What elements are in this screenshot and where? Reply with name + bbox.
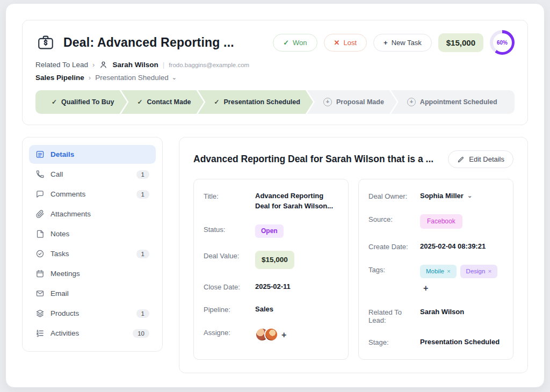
envelope-icon [35, 289, 45, 298]
chevron-down-icon: ⌄ [467, 192, 472, 200]
lost-button-label: Lost [343, 39, 357, 47]
field-label: Related To Lead: [368, 307, 420, 324]
stage-qualified-to-buy[interactable]: ✓ Qualified To Buy [35, 90, 127, 114]
sidebar-item-email[interactable]: Email [29, 284, 156, 303]
deal-owner-value: Sophia Miller [420, 191, 464, 201]
sidebar-item-label: Email [50, 289, 69, 297]
new-task-button[interactable]: + New Task [373, 34, 432, 52]
sidebar-item-details[interactable]: Details [29, 145, 156, 164]
sidebar-item-tasks[interactable]: Tasks 1 [29, 244, 156, 263]
sidebar-item-attachments[interactable]: Attachments [29, 205, 156, 223]
stage-proposal-made[interactable]: + Proposal Made [307, 90, 397, 114]
edit-details-label: Edit Details [469, 155, 504, 163]
new-task-button-label: New Task [392, 39, 422, 47]
field-pipeline: Pipeline: Sales [204, 304, 338, 315]
stage-value: Presentation Scheduled [420, 337, 500, 347]
assignee-avatar [264, 328, 278, 342]
field-stage: Stage: Presentation Scheduled [368, 337, 503, 347]
check-icon: ✓ [137, 98, 142, 106]
sidebar-item-label: Meetings [50, 270, 80, 278]
field-related-lead: Related To Lead: Sarah Wilson [368, 307, 503, 324]
add-assignee-button[interactable]: + [281, 329, 286, 341]
deal-detail-title: Advanced Reporting Deal for Sarah Wilson… [193, 154, 433, 165]
chevron-right-icon: › [92, 61, 95, 69]
details-header: Advanced Reporting Deal for Sarah Wilson… [193, 150, 513, 168]
status-badge: Open [255, 224, 284, 238]
sidebar-item-activities[interactable]: Activities 10 [29, 324, 156, 343]
sidebar-item-label: Details [50, 150, 74, 158]
field-boxes: Title: Advanced Reporting Deal for Sarah… [193, 179, 513, 360]
stage-label: Presentation Scheduled [224, 98, 300, 106]
check-icon: ✓ [283, 39, 289, 47]
stage-label: Appointment Scheduled [420, 98, 497, 106]
field-label: Source: [368, 214, 420, 223]
header-title-row: Deal: Advanced Reporting ... ✓ Won ✕ Los… [35, 30, 515, 55]
details-icon [35, 150, 45, 159]
numbered-list-icon [35, 329, 45, 338]
breadcrumb-related-to-lead[interactable]: Related To Lead [35, 61, 88, 69]
deal-header-card: Deal: Advanced Reporting ... ✓ Won ✕ Los… [22, 20, 528, 125]
sidebar-item-notes[interactable]: Notes [29, 224, 156, 243]
sidebar-item-label: Tasks [50, 250, 69, 258]
pipeline-breadcrumb: Sales Pipeline › Presentation Sheduled ⌄ [35, 74, 515, 82]
assignee-avatars: + [255, 328, 286, 342]
page-background: Deal: Advanced Reporting ... ✓ Won ✕ Los… [0, 0, 550, 392]
field-value: Advanced Reporting Deal for Sarah Wilson… [255, 191, 338, 212]
sidebar-item-comments[interactable]: Comments 1 [29, 185, 156, 204]
sidebar-item-call[interactable]: Call 1 [29, 165, 156, 184]
won-button[interactable]: ✓ Won [273, 34, 317, 52]
field-create-date: Create Date: 2025-02-04 08:39:21 [368, 242, 503, 252]
cross-icon: ✕ [334, 39, 340, 47]
pipeline-value: Sales [255, 304, 273, 315]
breadcrumb-lead-name[interactable]: Sarah Wilson [112, 61, 158, 69]
stage-contact-made[interactable]: ✓ Contact Made [121, 90, 204, 114]
stage-label: Contact Made [147, 98, 191, 106]
progress-ring-label: 60% [493, 33, 512, 52]
field-label: Pipeline: [204, 304, 255, 314]
sidebar-item-meetings[interactable]: Meetings [29, 264, 156, 283]
sidebar: Details Call 1 Comments 1 Attachments No… [22, 137, 163, 352]
comment-icon [35, 190, 45, 199]
stage-presentation-scheduled[interactable]: ✓ Presentation Scheduled [198, 90, 313, 114]
briefcase-dollar-icon [35, 33, 56, 52]
sidebar-item-label: Products [50, 309, 79, 317]
field-label: Deal Owner: [368, 191, 420, 200]
deal-value-badge: $15,000 [255, 251, 294, 269]
layers-icon [35, 309, 45, 318]
field-label: Title: [204, 191, 255, 200]
sidebar-item-label: Comments [50, 190, 85, 198]
field-tags: Tags: Mobile× Design× + [368, 265, 503, 294]
stage-dropdown[interactable]: Presentation Sheduled ⌄ [95, 74, 177, 82]
sidebar-item-label: Activities [50, 329, 79, 337]
sidebar-item-label: Notes [50, 230, 69, 238]
add-tag-button[interactable]: + [423, 282, 428, 294]
count-badge: 1 [136, 190, 149, 199]
check-icon: ✓ [214, 98, 219, 106]
stage-appointment-scheduled[interactable]: + Appointment Scheduled [391, 90, 515, 114]
count-badge: 1 [136, 309, 149, 318]
edit-details-button[interactable]: Edit Details [448, 150, 513, 168]
lead-avatar-icon [99, 60, 108, 69]
field-source: Source: Facebook [368, 214, 503, 229]
sidebar-item-products[interactable]: Products 1 [29, 304, 156, 323]
stage-dropdown-label: Presentation Sheduled [95, 74, 169, 82]
plus-circle-icon: + [323, 98, 332, 106]
count-badge: 1 [136, 170, 149, 179]
won-button-label: Won [293, 39, 307, 47]
source-badge: Facebook [420, 214, 462, 229]
deal-owner-dropdown[interactable]: Sophia Miller ⌄ [420, 191, 472, 201]
lead-email: frodo.baggins@example.com [169, 62, 249, 68]
field-label: Tags: [368, 265, 420, 274]
lost-button[interactable]: ✕ Lost [324, 34, 367, 52]
field-deal-owner: Deal Owner: Sophia Miller ⌄ [368, 191, 503, 201]
remove-tag-icon[interactable]: × [488, 268, 491, 274]
remove-tag-icon[interactable]: × [447, 268, 451, 274]
stage-label: Qualified To Buy [61, 98, 114, 106]
field-close-date: Close Date: 2025-02-11 [204, 282, 338, 292]
calendar-icon [35, 269, 45, 278]
paperclip-icon [35, 209, 45, 219]
pencil-icon [457, 156, 465, 163]
close-date-value: 2025-02-11 [255, 282, 291, 292]
phone-icon [35, 170, 45, 179]
deal-amount-badge: $15,000 [438, 33, 483, 52]
